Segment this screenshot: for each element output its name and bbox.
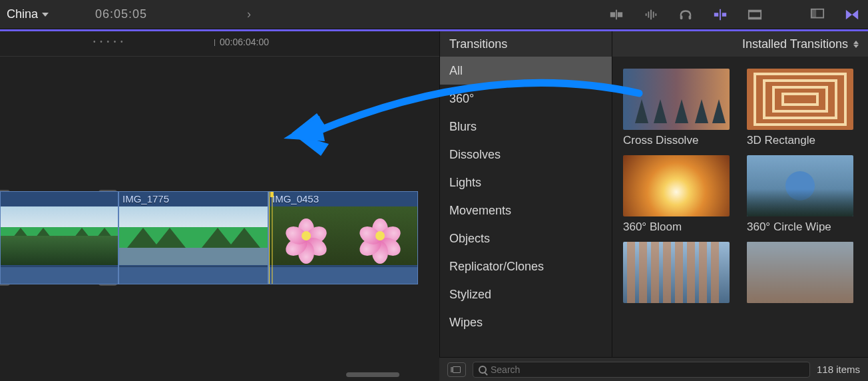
- svg-rect-6: [653, 11, 654, 17]
- category-movements[interactable]: Movements: [440, 196, 612, 224]
- main-area: • • • • • 00:06:04:00 IMG_1775: [0, 29, 868, 381]
- transition-360-bloom[interactable]: 360° Bloom: [623, 155, 734, 234]
- category-all[interactable]: All: [440, 57, 612, 85]
- category-dissolves[interactable]: Dissolves: [440, 141, 612, 169]
- timeline-ruler[interactable]: • • • • • 00:06:04:00: [0, 31, 439, 57]
- svg-rect-12: [722, 13, 726, 17]
- filmstrip-icon[interactable]: [746, 7, 764, 22]
- snapping-icon[interactable]: [711, 7, 730, 22]
- top-toolbar: China 06:05:05 ›: [0, 0, 868, 29]
- panel-title: Transitions: [440, 31, 612, 57]
- toolbar-icons: [607, 7, 861, 22]
- updown-icon: [853, 41, 859, 48]
- chevron-down-icon: [42, 13, 49, 17]
- search-icon: [479, 366, 487, 374]
- transition-item[interactable]: [747, 242, 857, 307]
- skimming-icon[interactable]: [607, 7, 626, 22]
- transitions-browser-icon[interactable]: [843, 7, 861, 22]
- clip-img-1775[interactable]: IMG_1775: [118, 191, 268, 284]
- chevron-right-icon[interactable]: ›: [247, 7, 251, 21]
- transitions-categories: Transitions All 360° Blurs Dissolves Lig…: [439, 31, 612, 381]
- category-lights[interactable]: Lights: [440, 169, 612, 196]
- project-name-label: China: [7, 7, 38, 21]
- clip-img-0453[interactable]: IMG_0453: [268, 191, 418, 284]
- transition-label: 360° Circle Wipe: [747, 220, 857, 234]
- project-dropdown[interactable]: China: [7, 7, 49, 21]
- audio-skim-icon[interactable]: [642, 7, 660, 22]
- transition-label: Cross Dissolve: [623, 134, 734, 147]
- transition-cross-dissolve[interactable]: Cross Dissolve: [623, 69, 734, 147]
- category-objects[interactable]: Objects: [440, 224, 612, 252]
- browser-filter[interactable]: Installed Transitions: [612, 31, 868, 57]
- transition-3d-rectangle[interactable]: 3D Rectangle: [747, 69, 857, 147]
- search-input[interactable]: [491, 364, 804, 375]
- layout-button[interactable]: [447, 362, 466, 377]
- item-count: 118 items: [817, 364, 860, 375]
- category-blurs[interactable]: Blurs: [440, 113, 612, 141]
- browser-footer: 118 items: [439, 357, 868, 381]
- transitions-grid: Cross Dissolve 3D Rectangle 360° Bloom: [612, 57, 868, 381]
- svg-rect-8: [680, 15, 683, 19]
- timeline[interactable]: • • • • • 00:06:04:00 IMG_1775: [0, 31, 439, 381]
- transition-item[interactable]: [623, 242, 734, 307]
- svg-rect-5: [650, 9, 652, 19]
- timecode-display: 06:05:05: [95, 7, 147, 21]
- svg-rect-14: [749, 10, 761, 12]
- svg-rect-17: [811, 9, 816, 17]
- svg-rect-10: [714, 13, 718, 17]
- horizontal-scrollbar[interactable]: [346, 372, 399, 377]
- svg-rect-3: [646, 13, 647, 16]
- clip-partial[interactable]: [0, 191, 118, 284]
- transition-label: 3D Rectangle: [747, 134, 857, 147]
- clip-label: IMG_1775: [122, 193, 169, 204]
- svg-rect-11: [720, 9, 721, 20]
- category-360[interactable]: 360°: [440, 85, 612, 113]
- category-wipes[interactable]: Wipes: [440, 308, 612, 336]
- svg-rect-9: [689, 15, 692, 19]
- transitions-browser: Installed Transitions Cross Dissolve: [612, 31, 868, 381]
- category-stylized[interactable]: Stylized: [440, 280, 612, 308]
- svg-rect-7: [655, 13, 656, 16]
- ruler-marks: • • • • •: [93, 38, 124, 45]
- windows-icon[interactable]: [808, 7, 827, 22]
- svg-rect-4: [648, 11, 649, 17]
- solo-icon[interactable]: [676, 7, 695, 22]
- transition-label: 360° Bloom: [623, 220, 734, 234]
- category-replicator[interactable]: Replicator/Clones: [440, 252, 612, 280]
- svg-rect-2: [618, 12, 622, 17]
- svg-rect-0: [610, 12, 615, 17]
- clip-label: IMG_0453: [272, 193, 319, 204]
- edit-point[interactable]: [268, 192, 276, 284]
- primary-storyline: IMG_1775 IMG_0453: [0, 191, 418, 284]
- svg-rect-15: [749, 17, 761, 19]
- ruler-label: 00:06:04:00: [220, 37, 269, 47]
- transition-360-circle-wipe[interactable]: 360° Circle Wipe: [747, 155, 857, 234]
- svg-rect-1: [616, 9, 617, 19]
- search-box[interactable]: [473, 362, 810, 378]
- filter-label: Installed Transitions: [742, 37, 848, 51]
